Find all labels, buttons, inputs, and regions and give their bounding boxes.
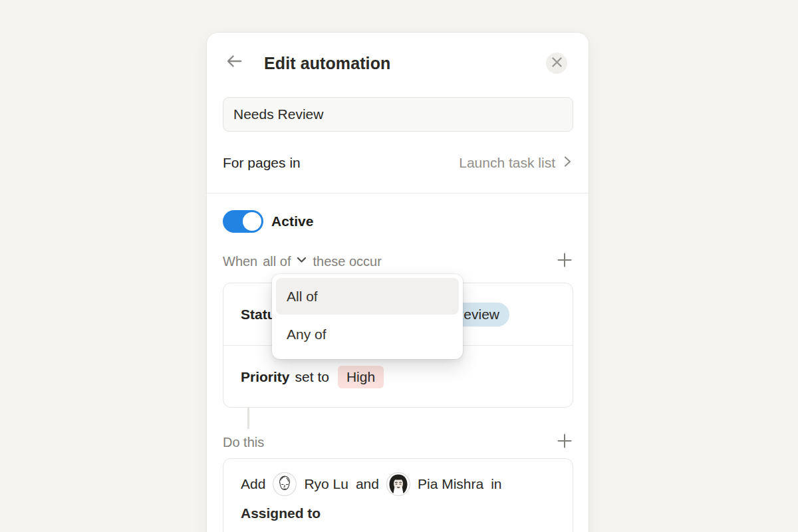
person-name: Ryo Lu <box>304 472 348 496</box>
priority-value-pill: High <box>338 366 384 388</box>
scope-row[interactable]: For pages in Launch task list <box>223 149 574 177</box>
action-card[interactable]: Add Ryo Lu <box>223 458 573 532</box>
menu-item-all-of[interactable]: All of <box>276 278 459 315</box>
scope-value: Launch task list <box>459 155 555 171</box>
plus-icon <box>556 432 573 452</box>
trigger-prefix: When <box>223 254 257 269</box>
trigger-section-header: When all of these occur <box>223 251 574 272</box>
menu-item-label: Any of <box>287 327 327 342</box>
operator-dropdown-trigger[interactable]: all of <box>263 253 307 269</box>
menu-item-any-of[interactable]: Any of <box>276 316 459 352</box>
plus-icon <box>556 251 573 271</box>
condition-verb: set to <box>295 369 329 385</box>
edit-automation-dialog: Edit automation For pages in Launch task… <box>206 32 589 532</box>
page-title: Edit automation <box>264 54 390 73</box>
operator-dropdown-menu: All of Any of <box>272 274 463 359</box>
automation-name-input[interactable] <box>223 97 573 132</box>
active-toggle-row: Active <box>223 210 314 233</box>
action-preposition: in <box>491 472 501 496</box>
avatar-ryo-lu <box>273 472 297 496</box>
action-conjunction: and <box>356 472 379 496</box>
active-toggle[interactable] <box>223 210 263 233</box>
action-section-label: Do this <box>223 435 264 450</box>
dialog-header: Edit automation <box>207 33 589 94</box>
chevron-right-icon <box>561 155 574 172</box>
close-icon <box>552 57 562 70</box>
section-divider <box>207 193 589 194</box>
chevron-down-icon <box>295 253 308 269</box>
close-button[interactable] <box>546 53 567 74</box>
back-button[interactable] <box>224 53 244 72</box>
action-verb: Add <box>241 472 265 496</box>
toggle-knob <box>243 212 261 231</box>
add-trigger-button[interactable] <box>555 252 574 271</box>
arrow-left-icon <box>225 52 243 73</box>
add-action-button[interactable] <box>555 433 574 452</box>
active-toggle-label: Active <box>271 213 314 229</box>
trigger-suffix: these occur <box>313 254 382 269</box>
action-property: Assigned to <box>241 501 321 525</box>
flow-connector-line <box>247 408 249 429</box>
avatar-pia-mishra <box>386 472 410 496</box>
action-section-header: Do this <box>223 432 574 453</box>
condition-property: Priority <box>241 369 290 385</box>
menu-item-label: All of <box>287 289 318 305</box>
scope-label: For pages in <box>223 155 301 171</box>
person-name: Pia Mishra <box>418 472 483 496</box>
operator-value: all of <box>263 254 291 269</box>
